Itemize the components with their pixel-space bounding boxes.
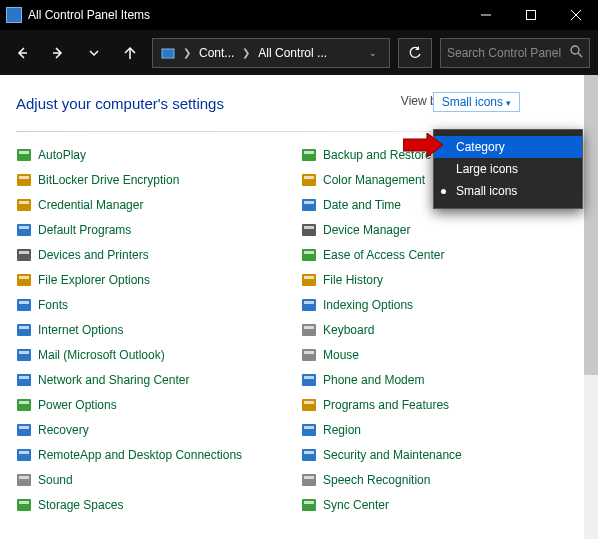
- control-panel-item[interactable]: Storage Spaces: [16, 492, 295, 517]
- svg-rect-7: [162, 49, 174, 58]
- control-panel-item[interactable]: Region: [301, 417, 580, 442]
- recent-dropdown[interactable]: [80, 39, 108, 67]
- svg-rect-38: [17, 324, 31, 336]
- control-panel-item[interactable]: AutoPlay: [16, 142, 295, 167]
- fonts-icon: [16, 297, 32, 313]
- control-panel-item[interactable]: Ease of Access Center: [301, 242, 580, 267]
- control-panel-item[interactable]: Device Manager: [301, 217, 580, 242]
- address-bar[interactable]: ❯ Cont... ❯ All Control ... ⌄: [152, 38, 390, 68]
- search-input[interactable]: Search Control Panel: [440, 38, 590, 68]
- maximize-button[interactable]: [508, 0, 553, 30]
- control-panel-item[interactable]: Devices and Printers: [16, 242, 295, 267]
- control-panel-item[interactable]: Network and Sharing Center: [16, 367, 295, 392]
- close-button[interactable]: [553, 0, 598, 30]
- control-panel-item[interactable]: Keyboard: [301, 317, 580, 342]
- control-panel-item[interactable]: File Explorer Options: [16, 267, 295, 292]
- chevron-right-icon[interactable]: ❯: [183, 47, 191, 58]
- control-panel-item[interactable]: Internet Options: [16, 317, 295, 342]
- svg-rect-27: [19, 251, 29, 254]
- indexing-icon: [301, 297, 317, 313]
- scrollbar-track[interactable]: [584, 375, 598, 539]
- scrollbar-thumb[interactable]: [584, 75, 598, 375]
- svg-rect-14: [17, 174, 31, 186]
- address-seg-1[interactable]: Cont...: [195, 39, 238, 67]
- item-label: Fonts: [38, 298, 68, 312]
- svg-rect-25: [304, 226, 314, 229]
- svg-rect-46: [17, 374, 31, 386]
- network-icon: [16, 372, 32, 388]
- forward-button[interactable]: [44, 39, 72, 67]
- control-panel-item[interactable]: Indexing Options: [301, 292, 580, 317]
- menu-item-small-icons[interactable]: Small icons: [434, 180, 582, 202]
- control-panel-item[interactable]: File History: [301, 267, 580, 292]
- control-panel-item[interactable]: Fonts: [16, 292, 295, 317]
- refresh-button[interactable]: [398, 38, 432, 68]
- datetime-icon: [301, 197, 317, 213]
- page-heading: Adjust your computer's settings: [16, 95, 224, 112]
- bitlocker-icon: [16, 172, 32, 188]
- control-panel-item[interactable]: Sync Center: [301, 492, 580, 517]
- viewby-dropdown[interactable]: Small icons▾: [433, 92, 520, 112]
- security-icon: [301, 447, 317, 463]
- control-panel-item[interactable]: Credential Manager: [16, 192, 295, 217]
- item-label: Recovery: [38, 423, 89, 437]
- svg-rect-61: [304, 451, 314, 454]
- backup-icon: [301, 147, 317, 163]
- color-icon: [301, 172, 317, 188]
- control-panel-item[interactable]: Default Programs: [16, 217, 295, 242]
- svg-rect-17: [304, 176, 314, 179]
- control-panel-item[interactable]: Power Options: [16, 392, 295, 417]
- control-panel-item[interactable]: Phone and Modem: [301, 367, 580, 392]
- chevron-right-icon[interactable]: ❯: [242, 47, 250, 58]
- item-label: Mail (Microsoft Outlook): [38, 348, 165, 362]
- item-label: Internet Options: [38, 323, 123, 337]
- control-panel-item[interactable]: Security and Maintenance: [301, 442, 580, 467]
- control-panel-item[interactable]: RemoteApp and Desktop Connections: [16, 442, 295, 467]
- control-panel-item[interactable]: Mail (Microsoft Outlook): [16, 342, 295, 367]
- svg-rect-49: [304, 376, 314, 379]
- up-button[interactable]: [116, 39, 144, 67]
- back-button[interactable]: [8, 39, 36, 67]
- control-panel-item[interactable]: Recovery: [16, 417, 295, 442]
- svg-rect-48: [302, 374, 316, 386]
- keyboard-icon: [301, 322, 317, 338]
- navbar: ❯ Cont... ❯ All Control ... ⌄ Search Con…: [0, 30, 598, 75]
- control-panel-item[interactable]: Speech Recognition: [301, 467, 580, 492]
- menu-item-category[interactable]: Category: [434, 136, 582, 158]
- scrollbar[interactable]: [584, 75, 598, 539]
- address-seg-2[interactable]: All Control ...: [254, 39, 331, 67]
- region-icon: [301, 422, 317, 438]
- svg-rect-31: [19, 276, 29, 279]
- file-explorer-icon: [16, 272, 32, 288]
- device-manager-icon: [301, 222, 317, 238]
- svg-rect-44: [302, 349, 316, 361]
- control-panel-item[interactable]: BitLocker Drive Encryption: [16, 167, 295, 192]
- svg-rect-59: [19, 451, 29, 454]
- control-panel-item[interactable]: Sound: [16, 467, 295, 492]
- item-label: Date and Time: [323, 198, 401, 212]
- search-icon[interactable]: [570, 45, 583, 61]
- mail-icon: [16, 347, 32, 363]
- item-label: AutoPlay: [38, 148, 86, 162]
- control-panel-item[interactable]: Mouse: [301, 342, 580, 367]
- address-dropdown[interactable]: ⌄: [369, 48, 385, 58]
- item-label: File History: [323, 273, 383, 287]
- control-panel-item[interactable]: Programs and Features: [301, 392, 580, 417]
- annotation-arrow-icon: [403, 133, 445, 161]
- item-label: Network and Sharing Center: [38, 373, 189, 387]
- item-label: Sync Center: [323, 498, 389, 512]
- control-panel-icon: [6, 7, 22, 23]
- item-label: Indexing Options: [323, 298, 413, 312]
- minimize-button[interactable]: [463, 0, 508, 30]
- address-root-icon[interactable]: [157, 39, 179, 67]
- svg-rect-30: [17, 274, 31, 286]
- svg-rect-47: [19, 376, 29, 379]
- recovery-icon: [16, 422, 32, 438]
- sync-icon: [301, 497, 317, 513]
- svg-rect-55: [19, 426, 29, 429]
- svg-rect-35: [19, 301, 29, 304]
- internet-options-icon: [16, 322, 32, 338]
- menu-item-large-icons[interactable]: Large icons: [434, 158, 582, 180]
- svg-rect-13: [304, 151, 314, 154]
- svg-rect-62: [17, 474, 31, 486]
